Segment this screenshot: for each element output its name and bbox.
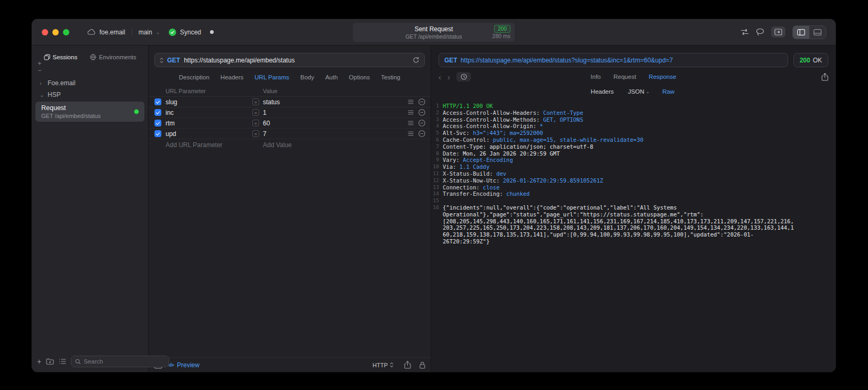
response-tab[interactable]: Request bbox=[614, 74, 636, 80]
import-export-icon[interactable] bbox=[741, 29, 749, 35]
remove-param-icon[interactable] bbox=[418, 120, 425, 126]
lock-icon[interactable] bbox=[419, 361, 425, 369]
add-param-placeholder[interactable]: Add URL Parameter bbox=[166, 141, 263, 149]
summary-title: Sent Request bbox=[353, 25, 515, 33]
minimize-window-button[interactable] bbox=[52, 29, 59, 35]
remove-param-icon[interactable] bbox=[418, 130, 425, 137]
summary-request-line: GET /api/embed/status bbox=[353, 33, 515, 40]
method-stepper-icon[interactable] bbox=[160, 57, 163, 64]
param-row[interactable]: upd = 7 bbox=[149, 129, 431, 139]
line-number: 3 bbox=[431, 116, 443, 123]
request-tab[interactable]: URL Params bbox=[254, 74, 289, 80]
request-method[interactable]: GET bbox=[167, 57, 180, 64]
request-tabs: DescriptionHeadersURL ParamsBodyAuthOpti… bbox=[149, 67, 431, 86]
sidebar-request-item[interactable]: Request GET /api/embed/status bbox=[35, 102, 144, 122]
project-name[interactable]: foe.email bbox=[99, 29, 125, 36]
param-value[interactable]: 7 bbox=[263, 130, 408, 138]
drag-handle-icon[interactable] bbox=[408, 110, 414, 115]
response-line: 15 bbox=[431, 197, 836, 204]
drag-handle-icon[interactable] bbox=[408, 121, 414, 125]
param-column-header: URL Parameter bbox=[166, 88, 263, 94]
param-value[interactable]: 1 bbox=[263, 109, 408, 116]
response-mode-tab[interactable]: JSON ⌄ bbox=[628, 88, 650, 95]
add-value-placeholder[interactable]: Add Value bbox=[263, 141, 292, 149]
preview-button[interactable]: </> Preview bbox=[168, 361, 199, 369]
param-name[interactable]: inc bbox=[166, 109, 252, 116]
response-line: 9 Vary: Accept-Encoding bbox=[431, 157, 836, 164]
param-value[interactable]: 60 bbox=[263, 120, 408, 127]
request-tab[interactable]: Testing bbox=[381, 74, 400, 80]
response-mode-tab[interactable]: Headers bbox=[591, 88, 615, 95]
param-name[interactable]: upd bbox=[166, 130, 252, 138]
drag-handle-icon[interactable] bbox=[408, 131, 414, 136]
export-response-icon[interactable] bbox=[821, 73, 828, 81]
add-session-button[interactable]: + bbox=[38, 60, 42, 67]
tab-sessions[interactable]: Sessions bbox=[44, 52, 78, 62]
forward-icon[interactable]: › bbox=[447, 73, 450, 81]
param-value[interactable]: status bbox=[263, 98, 408, 106]
close-window-button[interactable] bbox=[42, 29, 48, 35]
json-chevron-icon: ⌄ bbox=[646, 89, 650, 94]
protocol-select[interactable]: HTTP bbox=[372, 362, 394, 368]
branch-chevron-icon[interactable]: ⌄ bbox=[156, 30, 160, 35]
response-mode-tab[interactable]: Raw bbox=[662, 88, 676, 95]
equals-icon[interactable]: = bbox=[252, 109, 259, 116]
param-checkbox[interactable] bbox=[154, 98, 161, 105]
response-request-url[interactable]: GET https://statuspage.me/api/embed/stat… bbox=[438, 53, 788, 67]
param-row[interactable]: inc = 1 bbox=[149, 107, 431, 118]
remove-session-button[interactable]: − bbox=[38, 67, 41, 74]
bottom-panel-toggle-icon[interactable] bbox=[809, 26, 826, 39]
back-icon[interactable]: ‹ bbox=[438, 73, 441, 81]
request-tab[interactable]: Options bbox=[349, 74, 370, 80]
preview-label: Preview bbox=[177, 361, 200, 369]
lasso-icon[interactable] bbox=[756, 28, 764, 36]
new-folder-button[interactable] bbox=[46, 358, 54, 365]
new-request-button[interactable]: + bbox=[37, 359, 41, 364]
equals-icon[interactable]: = bbox=[252, 98, 259, 105]
search-field[interactable] bbox=[71, 356, 169, 367]
request-url-input[interactable]: https://statuspage.me/api/embed/status bbox=[184, 57, 409, 64]
request-summary-pill[interactable]: Sent Request GET /api/embed/status 200 2… bbox=[353, 23, 515, 42]
tree-item-foe-email[interactable]: › Foe.email bbox=[32, 77, 148, 89]
tab-environments[interactable]: Environments bbox=[90, 52, 136, 62]
environments-icon bbox=[90, 54, 96, 60]
panel-toggle-icon[interactable] bbox=[771, 26, 785, 38]
equals-icon[interactable]: = bbox=[252, 120, 259, 126]
param-name[interactable]: slug bbox=[166, 98, 252, 106]
param-checkbox[interactable] bbox=[154, 130, 161, 137]
chevron-right-icon[interactable]: › bbox=[40, 80, 44, 86]
refresh-icon[interactable] bbox=[413, 57, 419, 64]
param-checkbox[interactable] bbox=[154, 120, 161, 126]
drag-handle-icon[interactable] bbox=[408, 99, 414, 104]
response-line: 16 {"incidents":null,"overall":{"code":"… bbox=[431, 204, 836, 245]
param-name[interactable]: rtm bbox=[166, 120, 252, 127]
param-row[interactable]: slug = status bbox=[149, 97, 431, 107]
request-tab[interactable]: Auth bbox=[325, 74, 338, 80]
header-name: Alt-Svc: bbox=[443, 130, 473, 136]
param-checkbox[interactable] bbox=[154, 109, 161, 116]
remove-param-icon[interactable] bbox=[418, 109, 425, 116]
line-number: 4 bbox=[431, 123, 443, 130]
param-row[interactable]: rtm = 60 bbox=[149, 118, 431, 129]
line-number: 14 bbox=[431, 191, 443, 197]
response-tabs: InfoRequestResponse bbox=[591, 74, 677, 80]
request-tab[interactable]: Description bbox=[179, 74, 209, 80]
request-tab[interactable]: Headers bbox=[221, 74, 243, 80]
response-line: 2 Access-Control-Allow-Headers: Content-… bbox=[431, 110, 836, 116]
share-icon[interactable] bbox=[404, 361, 411, 369]
equals-icon[interactable]: = bbox=[252, 130, 259, 137]
branch-name[interactable]: main bbox=[139, 29, 152, 36]
response-tab[interactable]: Info bbox=[591, 74, 601, 80]
response-tab[interactable]: Response bbox=[649, 74, 677, 80]
history-icon[interactable] bbox=[456, 72, 471, 81]
zoom-window-button[interactable] bbox=[63, 29, 69, 35]
sidebar-toggle-icon[interactable] bbox=[793, 26, 809, 39]
search-input[interactable] bbox=[84, 358, 165, 365]
tree-item-hsp[interactable]: ⌄ HSP bbox=[32, 89, 148, 101]
request-url-bar[interactable]: GET https://statuspage.me/api/embed/stat… bbox=[154, 53, 425, 67]
chevron-down-icon[interactable]: ⌄ bbox=[40, 92, 44, 98]
response-status-box: 200 OK bbox=[793, 53, 828, 67]
request-tab[interactable]: Body bbox=[300, 74, 314, 80]
list-view-button[interactable] bbox=[59, 359, 66, 364]
remove-param-icon[interactable] bbox=[418, 98, 425, 105]
